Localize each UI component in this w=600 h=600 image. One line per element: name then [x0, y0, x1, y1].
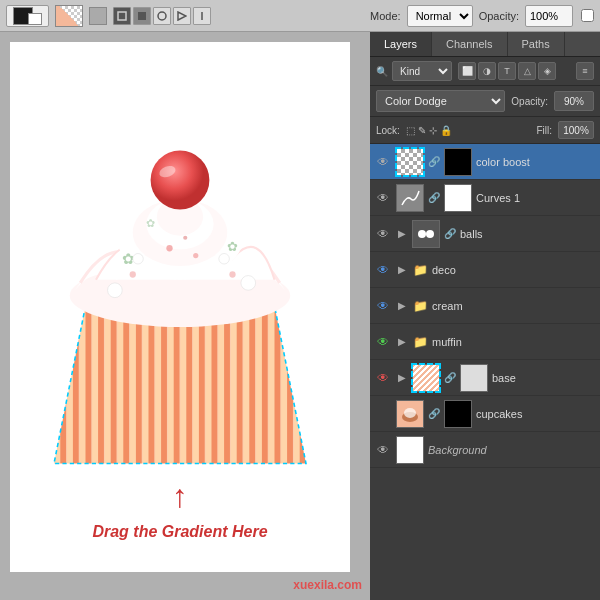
visibility-icon-deco[interactable]: 👁	[374, 263, 392, 277]
layer-thumb-cupcakes	[396, 400, 424, 428]
opacity-input[interactable]	[525, 5, 573, 27]
watermark: xuexila.com	[293, 578, 362, 592]
lock-pixels-icon[interactable]: ⬚	[406, 125, 415, 136]
svg-point-20	[166, 245, 172, 251]
layer-background[interactable]: 👁 Background	[370, 432, 600, 468]
layers-list: 👁 🔗 color boost 👁 🔗 Curves 1 👁 ▶	[370, 144, 600, 600]
kind-row: 🔍 Kind ⬜ ◑ T △ ◈ ≡	[370, 57, 600, 86]
visibility-icon-cream[interactable]: 👁	[374, 299, 392, 313]
svg-rect-1	[138, 12, 146, 20]
color-swatch[interactable]	[55, 5, 83, 27]
canvas-area[interactable]: ✿ ✿ ✿	[0, 32, 370, 600]
layer-muffin[interactable]: 👁 ▶ 📁 muffin	[370, 324, 600, 360]
svg-point-31	[404, 408, 416, 418]
drag-arrow: ↑	[172, 478, 188, 515]
type-filter-icon[interactable]: T	[498, 62, 516, 80]
svg-point-18	[133, 253, 144, 264]
panel-tabs: Layers Channels Paths	[370, 32, 600, 57]
layer-name-color-boost: color boost	[476, 156, 596, 168]
folder-icon-deco: 📁	[412, 263, 428, 277]
fill-shape[interactable]	[133, 7, 151, 25]
chain-icon-cupcakes: 🔗	[428, 408, 440, 419]
visibility-icon-background[interactable]: 👁	[374, 443, 392, 457]
svg-point-22	[183, 235, 187, 239]
svg-point-19	[219, 253, 230, 264]
panel-options-icon[interactable]: ≡	[576, 62, 594, 80]
svg-point-25	[151, 150, 210, 209]
visibility-icon-color-boost[interactable]: 👁	[374, 155, 392, 169]
foreground-swatch[interactable]	[6, 5, 49, 27]
opacity-label: Opacity:	[479, 10, 519, 22]
folder-icon-muffin: 📁	[412, 335, 428, 349]
rectangle-shape[interactable]	[113, 7, 131, 25]
layer-color-boost[interactable]: 👁 🔗 color boost	[370, 144, 600, 180]
gradient-reflected[interactable]	[193, 7, 211, 25]
opacity-checkbox[interactable]	[581, 9, 594, 22]
svg-point-23	[229, 271, 235, 277]
layer-curves1[interactable]: 👁 🔗 Curves 1	[370, 180, 600, 216]
pixel-filter-icon[interactable]: ⬜	[458, 62, 476, 80]
blend-mode-select[interactable]: Color Dodge	[376, 90, 505, 112]
visibility-icon-muffin[interactable]: 👁	[374, 335, 392, 349]
top-toolbar: Mode: Normal Opacity:	[0, 0, 600, 32]
svg-point-17	[241, 275, 256, 290]
visibility-icon-balls[interactable]: 👁	[374, 227, 392, 241]
mode-select[interactable]: Normal	[407, 5, 473, 27]
lock-all-icon[interactable]: ⊹	[429, 125, 437, 136]
kind-filter-icons: ⬜ ◑ T △ ◈	[458, 62, 556, 80]
chain-icon-balls: 🔗	[444, 228, 456, 239]
tab-layers[interactable]: Layers	[370, 32, 432, 56]
svg-point-28	[418, 230, 426, 238]
shape-filter-icon[interactable]: △	[518, 62, 536, 80]
lock-label: Lock:	[376, 125, 400, 136]
gradient-swatch[interactable]	[89, 7, 107, 25]
layer-deco[interactable]: 👁 ▶ 📁 deco	[370, 252, 600, 288]
layer-cream[interactable]: 👁 ▶ 📁 cream	[370, 288, 600, 324]
tab-paths[interactable]: Paths	[508, 32, 565, 56]
smart-filter-icon[interactable]: ◈	[538, 62, 556, 80]
svg-point-24	[130, 271, 136, 277]
folder-icon-cream: 📁	[412, 299, 428, 313]
lock-full-icon[interactable]: 🔒	[440, 125, 452, 136]
layer-cupcakes[interactable]: 🔗 cupcakes	[370, 396, 600, 432]
opacity-row-input[interactable]	[554, 91, 594, 111]
kind-label: 🔍	[376, 66, 388, 77]
svg-rect-0	[118, 12, 126, 20]
cupcake-illustration: ✿ ✿ ✿	[20, 54, 340, 474]
visibility-icon-base[interactable]: 👁	[374, 371, 392, 385]
layers-panel: Layers Channels Paths 🔍 Kind ⬜ ◑ T △ ◈ ≡…	[370, 32, 600, 600]
layer-base[interactable]: 👁 ▶ 🔗 base	[370, 360, 600, 396]
fill-input[interactable]	[558, 121, 594, 139]
mask-thumb-curves1	[444, 184, 472, 212]
gradient-angle[interactable]	[173, 7, 191, 25]
layer-name-deco: deco	[432, 264, 596, 276]
visibility-icon-curves1[interactable]: 👁	[374, 191, 392, 205]
chain-icon-base: 🔗	[444, 372, 456, 383]
kind-select[interactable]: Kind	[392, 61, 452, 81]
lock-position-icon[interactable]: ✎	[418, 125, 426, 136]
lock-row: Lock: ⬚ ✎ ⊹ 🔒 Fill:	[370, 117, 600, 144]
layer-name-cupcakes: cupcakes	[476, 408, 596, 420]
mask-thumb-color-boost	[444, 148, 472, 176]
adjustment-filter-icon[interactable]: ◑	[478, 62, 496, 80]
svg-point-16	[108, 282, 123, 297]
layer-name-balls: balls	[460, 228, 596, 240]
expand-balls[interactable]: ▶	[396, 228, 408, 239]
expand-base[interactable]: ▶	[396, 372, 408, 383]
layer-thumb-base	[412, 364, 440, 392]
layer-name-background: Background	[428, 444, 596, 456]
expand-cream[interactable]: ▶	[396, 300, 408, 311]
mode-label: Mode:	[370, 10, 401, 22]
expand-deco[interactable]: ▶	[396, 264, 408, 275]
svg-point-21	[193, 252, 198, 257]
gradient-radial[interactable]	[153, 7, 171, 25]
tab-channels[interactable]: Channels	[432, 32, 507, 56]
layer-balls[interactable]: 👁 ▶ 🔗 balls	[370, 216, 600, 252]
chain-icon-curves1: 🔗	[428, 192, 440, 203]
expand-muffin[interactable]: ▶	[396, 336, 408, 347]
layer-thumb-background	[396, 436, 424, 464]
canvas-document: ✿ ✿ ✿	[10, 42, 350, 572]
layer-name-curves1: Curves 1	[476, 192, 596, 204]
layer-name-muffin: muffin	[432, 336, 596, 348]
chain-icon-color-boost: 🔗	[428, 156, 440, 167]
